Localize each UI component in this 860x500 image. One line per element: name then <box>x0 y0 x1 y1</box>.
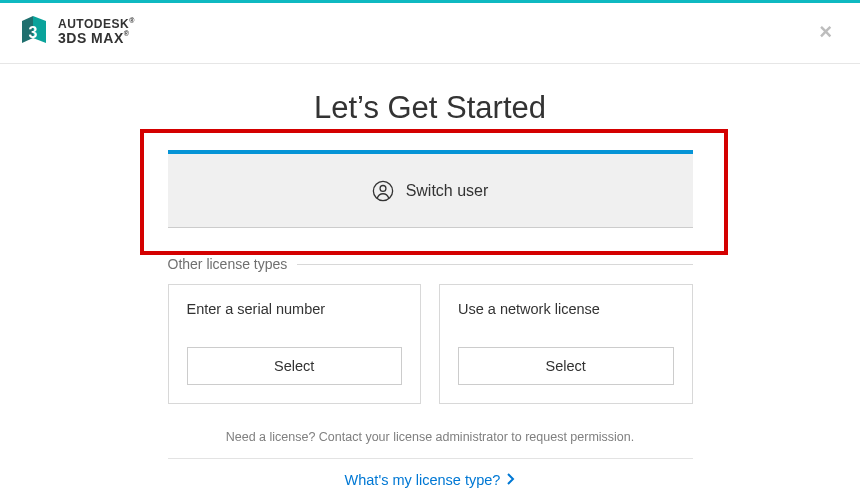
divider <box>168 458 693 459</box>
select-serial-button[interactable]: Select <box>187 347 403 385</box>
switch-user-label: Switch user <box>406 182 489 200</box>
content: Let’s Get Started Switch user Other lice… <box>0 64 860 489</box>
page-title: Let’s Get Started <box>40 90 820 126</box>
close-icon[interactable]: × <box>815 15 836 49</box>
product-logo-icon: 3 <box>20 16 48 48</box>
brand-line2: 3DS MAX® <box>58 31 135 46</box>
other-license-title: Other license types <box>168 256 288 272</box>
option-title: Enter a serial number <box>187 301 403 317</box>
user-icon <box>372 180 394 202</box>
license-type-link[interactable]: What's my license type? <box>345 472 516 488</box>
link-row: What's my license type? <box>40 471 820 489</box>
link-label: What's my license type? <box>345 472 501 488</box>
svg-text:3: 3 <box>29 24 38 41</box>
header: 3 AUTODESK® 3DS MAX® × <box>0 3 860 64</box>
brand: 3 AUTODESK® 3DS MAX® <box>20 16 135 48</box>
select-network-button[interactable]: Select <box>458 347 674 385</box>
help-text: Need a license? Contact your license adm… <box>40 430 820 444</box>
license-options: Enter a serial number Select Use a netwo… <box>168 284 693 404</box>
chevron-right-icon <box>506 472 515 488</box>
option-serial-number: Enter a serial number Select <box>168 284 422 404</box>
divider <box>297 264 692 265</box>
other-license-header: Other license types <box>168 256 693 272</box>
svg-point-2 <box>380 185 386 191</box>
brand-text: AUTODESK® 3DS MAX® <box>58 18 135 45</box>
switch-user-card[interactable]: Switch user <box>168 150 693 228</box>
option-network-license: Use a network license Select <box>439 284 693 404</box>
option-title: Use a network license <box>458 301 674 317</box>
